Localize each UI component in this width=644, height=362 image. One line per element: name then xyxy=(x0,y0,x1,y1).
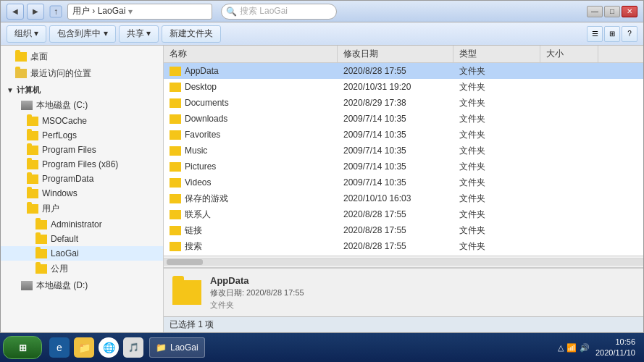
program-files-icon xyxy=(27,146,38,155)
taskbar-icon-media[interactable]: 🎵 xyxy=(123,337,143,358)
table-row[interactable]: 保存的游戏2020/10/10 16:03文件夹 xyxy=(164,190,643,206)
file-name-cell: Videos xyxy=(164,174,338,190)
col-header-type[interactable]: 类型 xyxy=(453,46,540,62)
sidebar-item-program-files-x86[interactable]: Program Files (x86) xyxy=(1,157,163,172)
organize-button[interactable]: 组织 ▾ xyxy=(7,25,46,43)
file-size-cell xyxy=(540,95,598,111)
sidebar-program-files-x86-label: Program Files (x86) xyxy=(42,159,118,169)
table-row[interactable]: Documents2020/8/29 17:38文件夹 xyxy=(164,95,643,111)
file-type-cell: 文件夹 xyxy=(453,206,540,222)
taskbar-icon-chrome[interactable]: 🌐 xyxy=(99,337,119,358)
sidebar-desktop-label: 桌面 xyxy=(30,51,48,63)
file-name-cell: Documents xyxy=(164,95,338,111)
view-details-button[interactable]: ☰ xyxy=(587,26,603,42)
file-size-cell xyxy=(540,127,598,143)
view-controls: ☰ ⊞ ? xyxy=(587,26,637,42)
tray-icon-1[interactable]: △ xyxy=(558,343,564,353)
sidebar-item-users[interactable]: 用户 xyxy=(1,201,163,217)
up-button[interactable]: ↑ xyxy=(49,4,63,19)
windows-icon xyxy=(27,189,38,198)
search-placeholder: 搜索 LaoGai xyxy=(240,5,288,17)
taskbar-icon-ie[interactable]: e xyxy=(49,337,70,358)
sidebar-item-perflogs[interactable]: PerfLogs xyxy=(1,128,163,143)
table-row[interactable]: Music2009/7/14 10:35文件夹 xyxy=(164,143,643,159)
file-type-cell: 文件夹 xyxy=(453,111,540,127)
sidebar-item-program-files[interactable]: Program Files xyxy=(1,143,163,157)
table-row[interactable]: Pictures2009/7/14 10:35文件夹 xyxy=(164,159,643,174)
table-row[interactable]: 搜索2020/8/28 17:55文件夹 xyxy=(164,238,643,254)
sidebar-item-laogai[interactable]: LaoGai xyxy=(1,246,163,261)
help-button[interactable]: ? xyxy=(622,26,637,42)
taskbar-explorer-item[interactable]: 📁 LaoGai xyxy=(149,337,205,358)
share-label: 共享 ▾ xyxy=(127,28,151,40)
volume-icon[interactable]: 🔊 xyxy=(580,343,590,353)
file-name-cell: Downloads xyxy=(164,111,338,127)
folder-icon xyxy=(170,146,181,156)
breadcrumb[interactable]: 用户 › LaoGai ▾ xyxy=(67,4,212,20)
file-name-cell: 链接 xyxy=(164,222,338,238)
horizontal-scrollbar[interactable] xyxy=(164,256,643,267)
col-header-date[interactable]: 修改日期 xyxy=(338,46,453,62)
status-bar: 已选择 1 项 xyxy=(164,316,643,332)
table-row[interactable]: Downloads2009/7/14 10:35文件夹 xyxy=(164,111,643,127)
file-name-cell: Music xyxy=(164,143,338,159)
maximize-button[interactable]: □ xyxy=(604,6,620,17)
file-size-cell xyxy=(540,111,598,127)
title-bar-left: ◀ ▶ ↑ 用户 › LaoGai ▾ 🔍 搜索 LaoGai xyxy=(7,4,581,20)
minimize-button[interactable]: — xyxy=(587,6,603,17)
file-date-cell: 2020/10/31 19:20 xyxy=(338,79,453,95)
folder-icon xyxy=(170,226,181,235)
sidebar-item-administrator[interactable]: Administrator xyxy=(1,217,163,232)
start-button[interactable]: ⊞ xyxy=(3,336,42,359)
default-icon xyxy=(35,235,47,244)
forward-button[interactable]: ▶ xyxy=(27,4,44,20)
sidebar-item-local-d[interactable]: 本地磁盘 (D:) xyxy=(1,277,163,294)
share-button[interactable]: 共享 ▾ xyxy=(119,25,159,43)
sidebar-computer-label: 计算机 xyxy=(17,85,41,96)
back-button[interactable]: ◀ xyxy=(7,4,24,20)
taskbar-icon-explorer[interactable]: 📁 xyxy=(74,337,94,358)
col-header-name[interactable]: 名称 xyxy=(164,46,338,62)
sidebar-item-program-data[interactable]: ProgramData xyxy=(1,172,163,186)
clock[interactable]: 10:56 2020/11/10 xyxy=(595,337,635,359)
file-type-cell: 文件夹 xyxy=(453,95,540,111)
table-row[interactable]: AppData2020/8/28 17:55文件夹 xyxy=(164,63,643,79)
file-type-cell: 文件夹 xyxy=(453,63,540,79)
sidebar-item-local-c[interactable]: 本地磁盘 (C:) xyxy=(1,97,163,114)
new-folder-button[interactable]: 新建文件夹 xyxy=(162,25,221,43)
file-name-cell: AppData xyxy=(164,63,338,79)
file-type-cell: 文件夹 xyxy=(453,127,540,143)
network-icon[interactable]: 📶 xyxy=(566,343,577,353)
file-name-cell: 联系人 xyxy=(164,206,338,222)
sidebar-item-desktop[interactable]: 桌面 xyxy=(1,49,163,65)
table-row[interactable]: Desktop2020/10/31 19:20文件夹 xyxy=(164,79,643,95)
col-header-size[interactable]: 大小 xyxy=(540,46,598,62)
sidebar-public-label: 公用 xyxy=(51,263,68,275)
table-row[interactable]: 链接2020/8/28 17:55文件夹 xyxy=(164,222,643,238)
close-button[interactable]: ✕ xyxy=(622,6,637,17)
file-date-cell: 2020/8/28 17:55 xyxy=(338,222,453,238)
table-row[interactable]: 联系人2020/8/28 17:55文件夹 xyxy=(164,206,643,222)
breadcrumb-arrow: ▾ xyxy=(128,7,133,17)
add-to-library-button[interactable]: 包含到库中 ▾ xyxy=(49,25,115,43)
clock-time: 10:56 xyxy=(595,337,635,348)
file-date-cell: 2009/7/14 10:35 xyxy=(338,174,453,190)
sidebar-item-default[interactable]: Default xyxy=(1,232,163,246)
file-size-cell xyxy=(540,206,598,222)
file-list: AppData2020/8/28 17:55文件夹Desktop2020/10/… xyxy=(164,63,643,256)
file-explorer-window: ◀ ▶ ↑ 用户 › LaoGai ▾ 🔍 搜索 LaoGai — □ ✕ xyxy=(0,0,644,333)
view-icons-button[interactable]: ⊞ xyxy=(604,26,620,42)
sidebar-recent-label: 最近访问的位置 xyxy=(30,67,91,80)
sidebar-perflogs-label: PerfLogs xyxy=(42,130,77,140)
sidebar-computer-header: ▼ 计算机 xyxy=(1,82,163,97)
sidebar-item-public[interactable]: 公用 xyxy=(1,261,163,277)
sidebar-item-windows[interactable]: Windows xyxy=(1,186,163,201)
program-files-x86-icon xyxy=(27,160,38,169)
sidebar: 桌面 最近访问的位置 ▼ 计算机 本地磁盘 (C:) MSOCache Perf… xyxy=(1,46,164,332)
sidebar-item-recent[interactable]: 最近访问的位置 xyxy=(1,65,163,82)
sidebar-item-msocache[interactable]: MSOCache xyxy=(1,114,163,128)
search-bar[interactable]: 🔍 搜索 LaoGai xyxy=(221,4,337,20)
file-date-cell: 2009/7/14 10:35 xyxy=(338,127,453,143)
table-row[interactable]: Videos2009/7/14 10:35文件夹 xyxy=(164,174,643,190)
table-row[interactable]: Favorites2009/7/14 10:35文件夹 xyxy=(164,127,643,143)
